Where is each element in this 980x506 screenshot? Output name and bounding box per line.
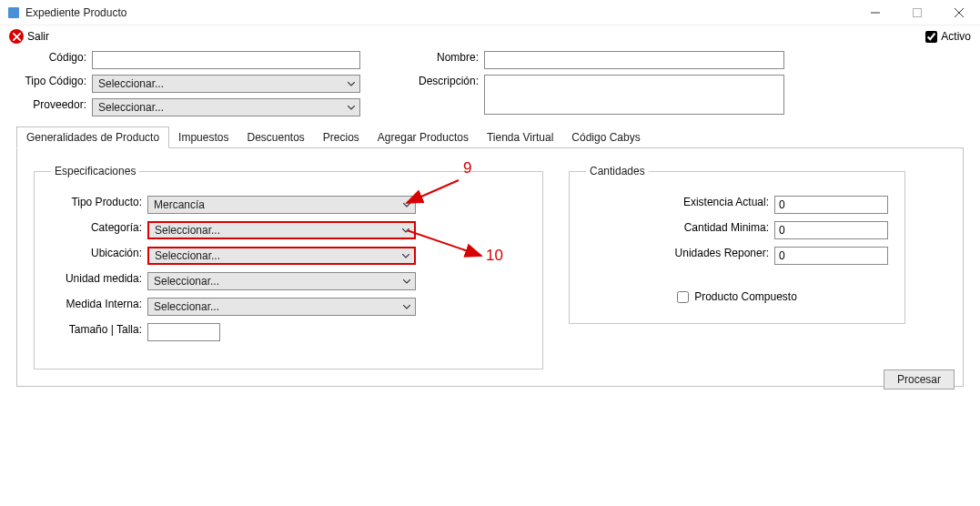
window-title: Expediente Producto [25,6,854,19]
unidades-reponer-label: Unidades Reponer: [664,247,769,259]
tipo-producto-label: Tipo Producto: [51,196,142,208]
procesar-button[interactable]: Procesar [884,369,955,390]
nombre-input[interactable] [484,51,784,69]
window-control-buttons [854,0,980,25]
proveedor-select[interactable]: Seleccionar... [92,98,360,116]
tab-precios[interactable]: Precios [314,127,369,147]
chevron-down-icon [402,277,411,286]
tab-generalidades[interactable]: Generalidades de Producto [16,126,169,148]
tipo-producto-select[interactable]: Mercancía [147,196,416,214]
close-circle-icon [9,29,24,44]
producto-compuesto-checkbox[interactable] [677,291,689,303]
medida-interna-value: Seleccionar... [154,300,219,313]
especificaciones-fieldset: Especificaciones Tipo Producto: Mercancí… [34,165,543,369]
window-close-button[interactable] [938,0,980,25]
unidad-medida-label: Unidad medida: [51,272,142,285]
chevron-down-icon [347,79,356,88]
producto-compuesto-label: Producto Compuesto [694,290,797,303]
medida-interna-select[interactable]: Seleccionar... [147,298,416,316]
window-titlebar: Expediente Producto [0,0,980,25]
chevron-down-icon [402,302,411,311]
tipo-codigo-select[interactable]: Seleccionar... [92,75,360,93]
tab-codigo-cabys[interactable]: Código Cabys [562,127,649,147]
unidades-reponer-input[interactable] [774,247,888,265]
ubicacion-value: Seleccionar... [155,249,220,262]
tipo-codigo-value: Seleccionar... [98,77,164,90]
tamano-talla-label: Tamaño | Talla: [51,323,142,336]
tab-agregar-productos[interactable]: Agregar Productos [369,127,478,147]
tab-panel-generalidades: Especificaciones Tipo Producto: Mercancí… [16,148,964,387]
cantidades-legend: Cantidades [586,165,649,177]
cantidad-minima-input[interactable] [774,221,888,239]
tab-impuestos[interactable]: Impuestos [169,127,237,147]
tabs-container: Generalidades de Producto Impuestos Desc… [16,126,964,387]
existencia-actual-label: Existencia Actual: [664,196,769,208]
categoria-select[interactable]: Seleccionar... [147,221,416,239]
nombre-label: Nombre: [415,51,479,64]
proveedor-label: Proveedor: [18,98,86,111]
svg-rect-2 [914,8,922,16]
tipo-producto-value: Mercancía [154,198,205,211]
chevron-down-icon [401,226,410,235]
unidad-medida-select[interactable]: Seleccionar... [147,272,416,290]
existencia-actual-input[interactable] [774,196,888,214]
activo-checkbox[interactable] [925,31,937,43]
tipo-codigo-label: Tipo Código: [18,75,86,87]
tab-descuentos[interactable]: Descuentos [237,127,313,147]
categoria-value: Seleccionar... [155,224,220,237]
tab-tienda-virtual[interactable]: Tienda Virtual [478,127,562,147]
toolbar: Salir Activo [0,25,980,47]
svg-rect-0 [8,7,19,18]
tab-bar: Generalidades de Producto Impuestos Desc… [16,126,964,148]
unidad-medida-value: Seleccionar... [154,275,219,288]
proveedor-value: Seleccionar... [98,101,164,114]
activo-checkbox-wrapper[interactable]: Activo [925,30,971,43]
ubicacion-label: Ubicación: [51,247,142,259]
chevron-down-icon [401,251,410,260]
medida-interna-label: Medida Interna: [51,298,142,310]
app-icon [7,6,20,19]
activo-label: Activo [941,30,971,43]
salir-label: Salir [27,30,49,43]
chevron-down-icon [402,200,411,209]
window-maximize-button[interactable] [896,0,938,25]
cantidad-minima-label: Cantidad Minima: [664,221,769,234]
window-minimize-button[interactable] [854,0,896,25]
cantidades-fieldset: Cantidades Existencia Actual: Cantidad M… [569,165,905,324]
chevron-down-icon [347,103,356,112]
descripcion-label: Descripción: [415,75,479,87]
header-form: Código: Tipo Código: Seleccionar... Prov… [0,47,980,126]
salir-button[interactable]: Salir [9,29,49,44]
codigo-label: Código: [18,51,86,64]
ubicacion-select[interactable]: Seleccionar... [147,247,416,265]
bottom-bar: Procesar [884,369,955,390]
tamano-talla-input[interactable] [147,323,220,341]
descripcion-textarea[interactable] [484,75,784,115]
categoria-label: Categoría: [51,221,142,234]
codigo-input[interactable] [92,51,360,69]
especificaciones-legend: Especificaciones [51,165,139,177]
